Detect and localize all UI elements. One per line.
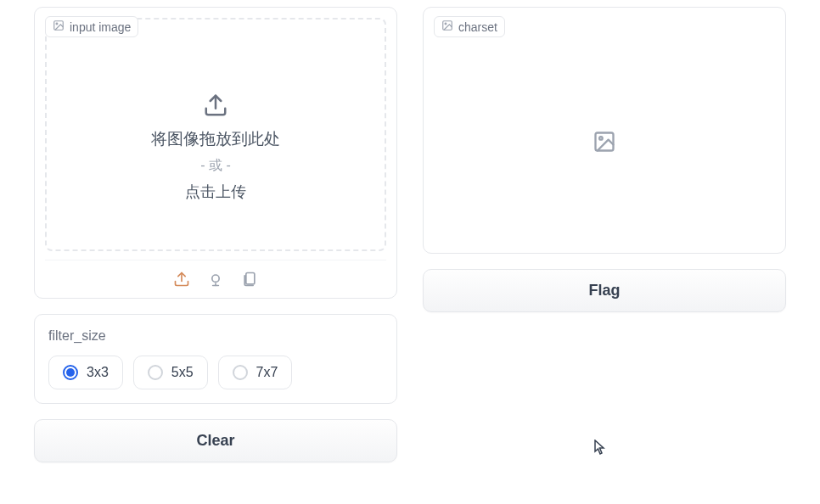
left-column: input image 将图像拖放到此处 - 或 - 点击上传	[34, 7, 397, 462]
charset-card: charset	[423, 7, 786, 254]
paste-icon[interactable]	[241, 271, 258, 288]
image-icon	[441, 20, 453, 34]
camera-icon[interactable]	[207, 271, 224, 288]
dropzone-drag-text: 将图像拖放到此处	[151, 128, 280, 150]
image-placeholder-icon	[593, 130, 616, 157]
right-column: charset Flag	[423, 7, 786, 462]
upload-tool-icon[interactable]	[173, 271, 190, 288]
svg-point-7	[445, 23, 447, 25]
upload-icon	[203, 92, 228, 121]
input-toolbar	[45, 260, 386, 288]
clear-button[interactable]: Clear	[34, 419, 397, 462]
charset-output	[434, 18, 775, 243]
filter-option-label: 3x3	[87, 365, 109, 380]
dropzone-click-text: 点击上传	[185, 182, 246, 202]
filter-title: filter_size	[48, 328, 383, 344]
flag-button[interactable]: Flag	[423, 269, 786, 312]
input-image-label: input image	[45, 16, 138, 37]
charset-label-text: charset	[458, 20, 497, 34]
charset-label: charset	[434, 16, 505, 37]
svg-point-9	[599, 137, 603, 140]
filter-size-card: filter_size 3x3 5x5 7x7	[34, 314, 397, 404]
input-image-card: input image 将图像拖放到此处 - 或 - 点击上传	[34, 7, 397, 299]
filter-option-label: 7x7	[256, 365, 278, 380]
filter-option-3x3[interactable]: 3x3	[48, 356, 123, 389]
filter-option-5x5[interactable]: 5x5	[133, 356, 208, 389]
filter-option-label: 5x5	[171, 365, 194, 380]
svg-point-1	[56, 23, 58, 25]
input-image-label-text: input image	[70, 20, 131, 34]
radio-icon	[148, 365, 163, 380]
svg-point-4	[212, 275, 219, 282]
image-dropzone[interactable]: 将图像拖放到此处 - 或 - 点击上传	[45, 18, 386, 251]
radio-icon	[233, 365, 248, 380]
image-icon	[53, 20, 65, 34]
filter-option-7x7[interactable]: 7x7	[218, 356, 293, 389]
radio-icon	[63, 365, 78, 380]
filter-options: 3x3 5x5 7x7	[48, 356, 383, 389]
dropzone-or-text: - 或 -	[200, 157, 231, 175]
svg-rect-5	[246, 273, 255, 284]
